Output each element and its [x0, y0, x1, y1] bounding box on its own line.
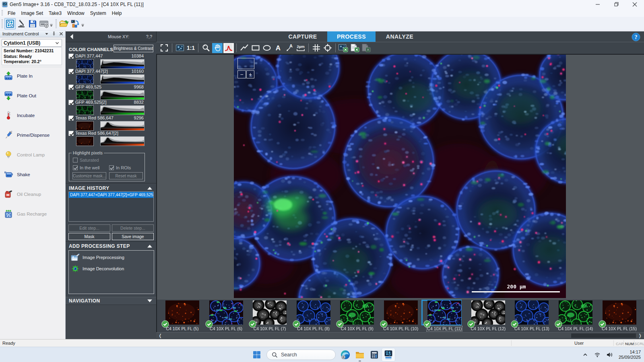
- wifi-icon[interactable]: [594, 351, 601, 358]
- filmstrip-item-15[interactable]: C4 10X PL FL (15): [598, 300, 641, 332]
- channel-histogram[interactable]: [101, 137, 144, 146]
- toolbar-overflow-caret[interactable]: [50, 18, 53, 29]
- viewer-nav-rect[interactable]: [237, 58, 254, 69]
- tray-chevron-up-icon[interactable]: [582, 351, 589, 358]
- filmstrip-item-10[interactable]: C4 10X PL FL (10): [379, 300, 423, 332]
- speaker-icon[interactable]: [606, 351, 613, 358]
- menu-take3[interactable]: Take3: [46, 10, 64, 17]
- file-explorer-icon[interactable]: [353, 348, 367, 362]
- zoom-in-button[interactable]: +: [246, 70, 254, 78]
- action-gas-recharge[interactable]: Gas Recharge: [0, 204, 66, 224]
- taskbar-search[interactable]: Search: [266, 350, 336, 360]
- close-button[interactable]: [625, 0, 644, 9]
- save-image-button[interactable]: Save image: [112, 233, 154, 240]
- channel-checkbox[interactable]: [68, 100, 74, 105]
- collapse-history-icon[interactable]: [147, 186, 153, 191]
- tab-process[interactable]: PROCESS: [327, 31, 376, 42]
- gen5-taskbar-icon[interactable]: [382, 348, 395, 362]
- channel-histogram[interactable]: [101, 75, 144, 84]
- image-preprocessing-item[interactable]: Image Preprocessing: [70, 253, 154, 262]
- filmstrip-item-13[interactable]: C4 10X PL FL (13): [510, 300, 553, 332]
- filmstrip-thumbnail[interactable]: [603, 300, 636, 325]
- help-button[interactable]: ?: [632, 33, 640, 41]
- save-button[interactable]: [27, 18, 38, 29]
- export-image-to-excel-button[interactable]: [338, 43, 349, 53]
- reader-control-button[interactable]: [38, 18, 50, 29]
- scroll-right-icon[interactable]: ❭: [637, 333, 643, 338]
- start-button[interactable]: [250, 348, 264, 362]
- channel-thumbnail[interactable]: [76, 90, 93, 99]
- filmstrip-thumbnail[interactable]: [427, 300, 461, 325]
- microscopy-image[interactable]: .n0{fill:#33508e}.n1{fill:#41609e}.n2{fi…: [234, 55, 566, 298]
- filmstrip-item-14[interactable]: C4 10X PL FL (14): [554, 300, 597, 332]
- channel-histogram[interactable]: [101, 60, 144, 68]
- pin-icon[interactable]: [52, 31, 56, 36]
- pan-tool-button[interactable]: [212, 43, 223, 53]
- channel-histogram[interactable]: [101, 90, 144, 99]
- app-grid-icon[interactable]: [367, 348, 382, 362]
- panel-close-icon[interactable]: [59, 31, 64, 36]
- action-shake[interactable]: Shake: [0, 165, 66, 184]
- action-prime-dispense[interactable]: Prime/Dispense: [0, 125, 66, 145]
- menu-grip[interactable]: [2, 10, 3, 16]
- scroll-left-icon[interactable]: ❬: [157, 333, 163, 338]
- zoom-tool-button[interactable]: [201, 43, 211, 53]
- filmstrip-item-7[interactable]: C4 10X PL FL (7): [248, 300, 291, 332]
- zoom-out-button[interactable]: −: [237, 70, 246, 78]
- saturated-checkbox[interactable]: Saturated: [73, 158, 99, 162]
- menu-window[interactable]: Window: [64, 10, 87, 17]
- menu-file[interactable]: File: [5, 10, 18, 17]
- channel-checkbox[interactable]: [68, 53, 74, 59]
- filmstrip-item-6[interactable]: C4 10X PL FL (6): [204, 300, 248, 332]
- menu-system[interactable]: System: [87, 10, 109, 17]
- crosshair-button[interactable]: [322, 43, 333, 53]
- filmstrip-thumbnail[interactable]: [471, 300, 505, 325]
- panel-menu-icon[interactable]: [44, 31, 49, 36]
- draw-ellipse-button[interactable]: [262, 43, 272, 53]
- instrument-select[interactable]: Cytation1 (USB): [2, 39, 62, 47]
- channel-thumbnail[interactable]: [76, 106, 93, 115]
- channel-thumbnail[interactable]: [76, 60, 93, 68]
- filmstrip-item-12[interactable]: C4 10X PL FL (12): [466, 300, 510, 332]
- collapse-panel-icon[interactable]: [68, 33, 75, 40]
- annotation-arrow-button[interactable]: A: [284, 43, 295, 53]
- edit-step-button[interactable]: Edit step...: [68, 224, 110, 232]
- history-item-selected[interactable]: DAPI 377,447+DAPI 377,447[2]+GFP 469,525…: [69, 192, 153, 198]
- action-incubate[interactable]: Incubate: [0, 105, 66, 125]
- action-plate-in[interactable]: Plate In: [0, 66, 66, 86]
- scrollbar-thumb[interactable]: [571, 333, 636, 338]
- filmstrip-thumbnail[interactable]: [515, 300, 549, 325]
- action-plate-out[interactable]: Plate Out: [0, 86, 66, 105]
- mask-button[interactable]: Mask: [68, 233, 110, 240]
- channel-thumbnail[interactable]: [76, 121, 93, 130]
- filmstrip-thumbnail[interactable]: [559, 300, 592, 325]
- filmstrip-thumbnail[interactable]: [340, 300, 374, 325]
- scale-bar-button[interactable]: 2µm: [295, 43, 306, 53]
- filmstrip-item-5[interactable]: C4 10X PL FL (5): [161, 300, 204, 332]
- channel-histogram[interactable]: [101, 121, 144, 130]
- filmstrip-item-8[interactable]: C4 10X PL FL (8): [292, 300, 335, 332]
- filmstrip-thumbnail[interactable]: [253, 300, 287, 325]
- add-text-button[interactable]: A: [273, 43, 283, 53]
- tab-analyze[interactable]: ANALYZE: [376, 31, 424, 42]
- in-rois-checkbox[interactable]: In ROIs: [109, 165, 131, 170]
- brightness-contrast-button[interactable]: Brightness & Contrast: [114, 45, 153, 52]
- tab-capture[interactable]: CAPTURE: [278, 31, 327, 42]
- edge-icon[interactable]: [338, 348, 353, 362]
- open-protocol-button[interactable]: [58, 18, 70, 29]
- fit-image-button[interactable]: [159, 43, 169, 53]
- action-control-lamp[interactable]: Control Lamp: [0, 145, 66, 165]
- channel-checkbox[interactable]: [68, 69, 74, 74]
- action-oil-cleanup[interactable]: Oil Cleanup: [0, 184, 66, 204]
- restore-button[interactable]: [607, 0, 625, 9]
- image-viewer[interactable]: .n0{fill:#33508e}.n1{fill:#41609e}.n2{fi…: [156, 54, 644, 300]
- plate-layout-button[interactable]: [4, 18, 16, 29]
- export-button[interactable]: [70, 18, 81, 29]
- menu-image-set[interactable]: Image Set: [18, 10, 46, 17]
- filmstrip-item-11[interactable]: C4 10X PL FL (11): [423, 300, 466, 332]
- navigation-header[interactable]: NAVIGATION: [66, 297, 156, 305]
- taskbar-clock[interactable]: 14:17 25/09/2025: [619, 350, 641, 360]
- filmstrip-scrollbar[interactable]: ❬ ❭: [156, 332, 644, 338]
- filmstrip-item-9[interactable]: C4 10X PL FL (9): [335, 300, 379, 332]
- image-history-list[interactable]: DAPI 377,447+DAPI 377,447[2]+GFP 469,525…: [68, 191, 154, 222]
